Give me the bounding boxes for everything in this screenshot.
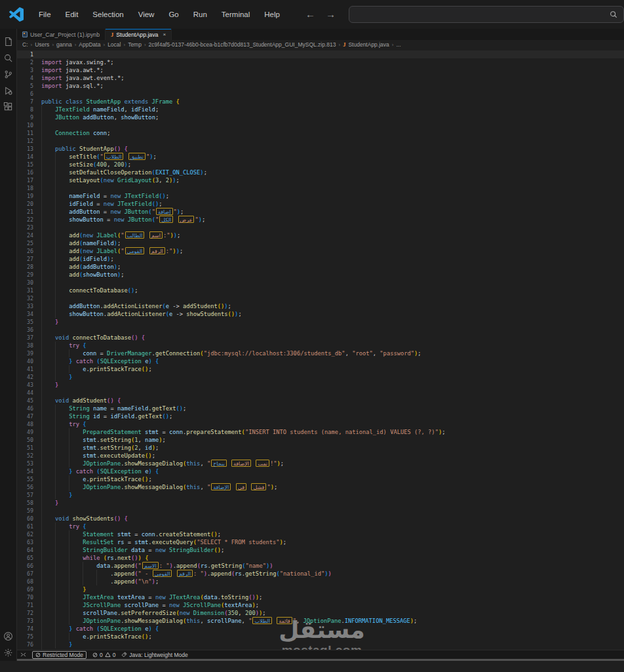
indent-guide: [55, 405, 56, 412]
code-token: append: [210, 570, 231, 577]
code-line-content: setDefaultCloseOperation(EXIT_ON_CLOSE);: [33, 168, 624, 176]
code-token: ": [207, 460, 210, 467]
code-token: [41, 531, 83, 538]
breadcrumb-item[interactable]: AppData: [79, 41, 100, 48]
rtl-highlighted-text: الإضافة: [231, 460, 251, 467]
code-token: addButton: [83, 114, 113, 121]
java-mode-indicator[interactable]: Java: Lightweight Mode: [121, 652, 187, 658]
extensions-icon[interactable]: [1, 99, 16, 115]
code-line: 34 showButton.addActionListener(e -> sho…: [17, 310, 624, 318]
menu-help[interactable]: Help: [257, 6, 287, 23]
code-token: ;: [180, 248, 183, 254]
breadcrumb-item[interactable]: Users: [35, 41, 49, 48]
code-token: ,: [200, 618, 207, 624]
indent-guide: [41, 231, 42, 239]
code-line: 75 e.printStackTrace();: [17, 633, 624, 641]
code-token: JTextArea: [83, 594, 113, 601]
code-token: addButton: [69, 303, 100, 309]
tab-studentapp-java[interactable]: J StudentApp.java ×: [106, 29, 172, 40]
code-token: =: [131, 531, 142, 538]
menu-go[interactable]: Go: [161, 6, 185, 23]
code-line-content: try {: [33, 523, 624, 530]
code-token: ;: [110, 256, 113, 262]
indent-guide: [69, 349, 69, 357]
code-token: DriverManager: [107, 350, 151, 357]
indent-guide: [41, 648, 42, 650]
breadcrumb-item[interactable]: ganna: [56, 41, 72, 48]
code-line-content: JButton addButton, showButton;: [33, 113, 624, 121]
code-token: ,: [238, 610, 245, 616]
indent-guide: [55, 310, 56, 318]
remote-indicator[interactable]: [20, 652, 26, 658]
code-token: ;: [155, 578, 159, 585]
close-tab-icon[interactable]: ×: [163, 31, 166, 37]
tab-user-car-project[interactable]: User_Car_Project (1).ipynb: [17, 29, 106, 40]
code-line-content: }: [33, 641, 624, 648]
run-debug-icon[interactable]: [1, 83, 16, 99]
code-token: ,: [200, 460, 207, 467]
code-line-content: import javax.swing.*;: [33, 58, 624, 66]
menu-file[interactable]: File: [31, 6, 58, 23]
indent-guide: [41, 239, 42, 247]
menu-selection[interactable]: Selection: [85, 6, 130, 23]
restricted-mode-badge[interactable]: Restricted Mode: [32, 651, 87, 659]
account-icon[interactable]: [1, 628, 16, 644]
files-icon[interactable]: [1, 33, 16, 50]
code-token: getText: [152, 405, 176, 412]
settings-gear-icon[interactable]: [1, 644, 16, 661]
code-line-content: }: [33, 381, 624, 389]
code-line-content: import java.awt.event.*;: [33, 74, 624, 82]
java-icon: J: [343, 41, 345, 48]
line-number: 20: [17, 200, 33, 208]
code-line: 12: [17, 137, 624, 145]
code-token: [41, 476, 83, 483]
indent-guide: [41, 153, 42, 161]
breadcrumb-item[interactable]: Temp: [128, 41, 142, 48]
forward-arrow-icon[interactable]: →: [326, 6, 336, 23]
line-number: 36: [17, 326, 33, 334]
indent-guide: [55, 357, 56, 365]
line-number: 43: [17, 381, 33, 389]
indent-guide: [41, 625, 42, 633]
menu-terminal[interactable]: Terminal: [214, 6, 257, 23]
line-number: 45: [17, 397, 33, 405]
code-line: 54 } catch (SQLException e) {: [17, 467, 624, 475]
problems-indicator[interactable]: 0 0: [92, 652, 115, 658]
command-center-search-input[interactable]: [349, 6, 624, 23]
code-line-content: void addStudent() {: [33, 397, 624, 405]
code-token: JTextField: [124, 193, 159, 199]
code-token: JOptionPane: [83, 618, 121, 624]
code-token: [41, 319, 55, 325]
search-icon[interactable]: [1, 50, 16, 66]
code-token: name: [145, 437, 159, 443]
breadcrumb-item[interactable]: StudentApp.java: [348, 41, 389, 48]
menu-edit[interactable]: Edit: [58, 6, 86, 23]
breadcrumb-item[interactable]: ...: [396, 41, 400, 48]
breadcrumb-item[interactable]: 2c9f4af5-0137-46b0-bcea-b1cfb7d0d813_Stu…: [149, 41, 336, 48]
code-token: new: [110, 193, 124, 199]
menu-view[interactable]: View: [131, 6, 162, 23]
code-token: ;: [259, 594, 262, 601]
code-line: 3import java.awt.*;: [17, 66, 624, 74]
code-token: scrollPane: [207, 618, 242, 624]
bracket: }: [69, 492, 72, 498]
code-token: add: [69, 256, 79, 262]
source-control-icon[interactable]: [1, 66, 16, 83]
line-number: 29: [17, 271, 33, 279]
breadcrumb-item[interactable]: Local: [107, 41, 121, 48]
code-token: [41, 429, 83, 435]
code-line-content: JTextField nameField, idField;: [33, 106, 624, 113]
indent-guide: [55, 585, 56, 593]
menu-run[interactable]: Run: [186, 6, 214, 23]
breadcrumb-item[interactable]: C:: [22, 41, 28, 48]
code-editor[interactable]: 12import javax.swing.*;3import java.awt.…: [17, 49, 624, 650]
code-token: getConnection: [155, 350, 200, 357]
code-token: ;: [238, 311, 241, 317]
code-token: ;: [418, 350, 421, 357]
code-token: ;: [148, 476, 151, 483]
code-line-content: e.printStackTrace();: [33, 365, 624, 373]
code-line: 5import java.sql.*;: [17, 82, 624, 90]
indent-guide: [55, 263, 56, 271]
code-line: 17 setLayout(new GridLayout(3, 2));: [17, 176, 624, 184]
back-arrow-icon[interactable]: ←: [305, 6, 315, 23]
